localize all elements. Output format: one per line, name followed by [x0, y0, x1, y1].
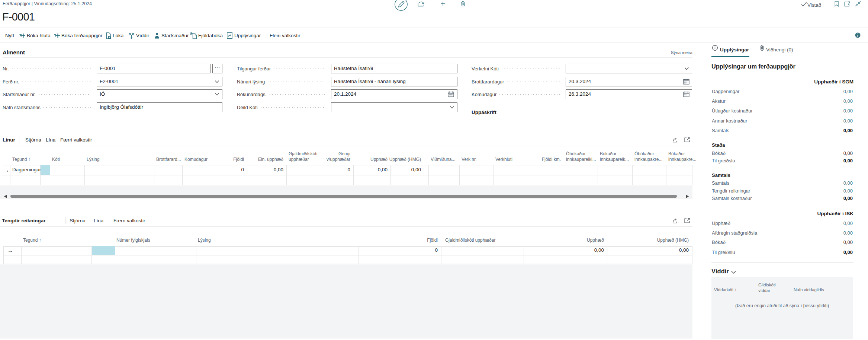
svg-text:Vistað: Vistað	[807, 2, 821, 8]
